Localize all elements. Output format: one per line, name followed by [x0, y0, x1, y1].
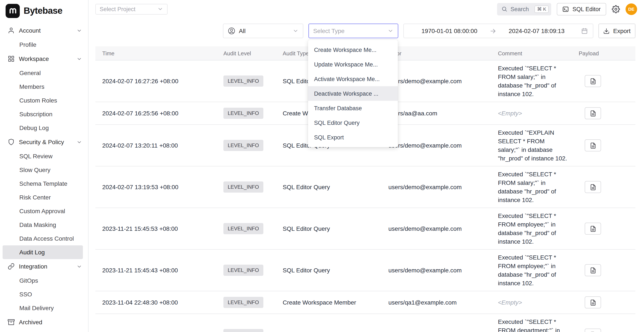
level-badge: LEVEL_INFO — [224, 181, 263, 193]
payload-button[interactable] — [585, 139, 601, 152]
file-text-icon — [590, 78, 596, 84]
cell-time: 2023-11-04 21:26:24 +08:00 — [96, 314, 216, 332]
payload-button[interactable] — [585, 107, 601, 119]
shield-icon — [8, 139, 14, 146]
file-text-icon — [590, 142, 596, 149]
actor-filter-select[interactable]: All — [223, 24, 303, 38]
export-button[interactable]: Export — [598, 24, 636, 38]
level-badge: LEVEL_INFO — [224, 108, 263, 119]
cell-comment: Executed `"SELECT * FROM department;"` i… — [491, 314, 572, 332]
payload-button[interactable] — [585, 329, 601, 332]
calendar-icon — [581, 28, 588, 34]
table-row: 2023-11-04 22:48:30 +08:00 LEVEL_INFO Cr… — [96, 291, 636, 314]
sidebar-item-risk-center[interactable]: Risk Center — [2, 190, 83, 204]
cell-audit-type: SQL Editor Query — [276, 250, 382, 291]
payload-button[interactable] — [585, 264, 601, 276]
sidebar-section-integration[interactable]: Integration — [0, 259, 88, 274]
sidebar-item-archived[interactable]: Archived — [0, 315, 88, 330]
download-icon — [604, 28, 610, 34]
search-button[interactable]: Search ⌘ K — [497, 3, 552, 15]
payload-button[interactable] — [585, 296, 601, 308]
dropdown-item-update-workspace[interactable]: Update Workspace Me... — [308, 57, 398, 72]
sidebar-item-sso[interactable]: SSO — [2, 287, 83, 301]
cell-audit-level: LEVEL_INFO — [216, 314, 276, 332]
logo[interactable]: Bytebase — [0, 0, 88, 20]
date-range-picker[interactable]: 1970-01-01 08:00:00 2024-02-07 18:09:13 — [404, 24, 593, 38]
table-row: 2023-11-21 15:45:53 +08:00 LEVEL_INFO SQ… — [96, 208, 636, 250]
archive-icon — [8, 319, 14, 326]
dropdown-item-activate-workspace[interactable]: Activate Workspace Me... — [308, 72, 398, 86]
chevron-down-icon — [76, 264, 82, 269]
chevron-down-icon — [76, 139, 82, 145]
cell-comment: <Empty> — [491, 291, 572, 314]
date-range-start[interactable]: 1970-01-01 08:00:00 — [409, 27, 490, 34]
filter-row: All Select Type 1970-01-01 08:00:00 2024… — [88, 24, 644, 38]
cell-audit-level: LEVEL_INFO — [216, 291, 276, 314]
sidebar-item-general[interactable]: General — [2, 66, 83, 80]
column-header-payload: Payload — [572, 46, 636, 60]
link-icon — [8, 263, 14, 270]
sql-editor-button[interactable]: SQL Editor — [557, 3, 606, 15]
sidebar-item-audit-log[interactable]: Audit Log — [2, 245, 83, 259]
type-filter-select[interactable]: Select Type — [308, 24, 398, 38]
sidebar-item-profile[interactable]: Profile — [2, 38, 83, 51]
chevron-down-icon — [388, 28, 394, 34]
level-badge: LEVEL_INFO — [224, 329, 263, 332]
dropdown-item-deactivate-workspace[interactable]: Deactivate Workspace ... — [308, 86, 398, 101]
level-badge: LEVEL_INFO — [224, 75, 263, 87]
cell-time: 2023-11-21 15:45:43 +08:00 — [96, 250, 216, 291]
dropdown-item-sql-export[interactable]: SQL Export — [308, 130, 398, 145]
cell-time: 2024-02-07 13:20:11 +08:00 — [96, 125, 216, 166]
sidebar-nav: Account Profile Workspace General Member… — [0, 20, 88, 332]
sidebar-item-data-access-control[interactable]: Data Access Control — [2, 232, 83, 245]
dropdown-item-transfer-database[interactable]: Transfer Database — [308, 101, 398, 115]
dropdown-item-create-workspace[interactable]: Create Workspace Me... — [308, 42, 398, 57]
sidebar-item-gitops[interactable]: GitOps — [2, 274, 83, 287]
table-row: 2024-02-07 13:19:53 +08:00 LEVEL_INFO SQ… — [96, 166, 636, 208]
sidebar-item-debug-log[interactable]: Debug Log — [2, 121, 83, 135]
gear-icon[interactable] — [612, 5, 620, 13]
user-circle-icon — [228, 27, 236, 35]
type-dropdown-menu: Create Workspace Me... Update Workspace … — [308, 40, 398, 147]
sidebar-item-schema-template[interactable]: Schema Template — [2, 177, 83, 190]
cell-audit-type: Create Workspace Member — [276, 291, 382, 314]
sidebar-section-account[interactable]: Account — [0, 23, 88, 38]
cell-time: 2023-11-21 15:45:53 +08:00 — [96, 208, 216, 249]
cell-time: 2024-02-07 13:19:53 +08:00 — [96, 166, 216, 208]
cell-time: 2024-02-07 16:25:56 +08:00 — [96, 102, 216, 124]
table-row: 2023-11-21 15:45:43 +08:00 LEVEL_INFO SQ… — [96, 250, 636, 291]
cell-audit-type: SQL Editor Query — [276, 166, 382, 208]
file-text-icon — [590, 267, 596, 273]
sidebar-section-workspace[interactable]: Workspace — [0, 51, 88, 66]
sidebar-item-slow-query[interactable]: Slow Query — [2, 163, 83, 177]
search-icon — [502, 6, 508, 12]
avatar[interactable]: DE — [626, 3, 637, 15]
dropdown-item-sql-editor-query[interactable]: SQL Editor Query — [308, 115, 398, 130]
cell-actor: users/demo@example.com — [382, 60, 491, 102]
sidebar-item-members[interactable]: Members — [2, 80, 83, 94]
sidebar-item-mail-delivery[interactable]: Mail Delivery — [2, 301, 83, 315]
sidebar-item-sql-review[interactable]: SQL Review — [2, 149, 83, 163]
cell-actor: users/demo@example.com — [382, 166, 491, 208]
payload-button[interactable] — [585, 181, 601, 193]
cell-payload — [572, 208, 636, 249]
cell-audit-level: LEVEL_INFO — [216, 125, 276, 166]
sidebar-item-data-masking[interactable]: Data Masking — [2, 218, 83, 232]
column-header-actor: Actor — [382, 46, 491, 60]
sidebar-item-subscription[interactable]: Subscription — [2, 107, 83, 121]
sidebar-item-custom-roles[interactable]: Custom Roles — [2, 94, 83, 107]
date-range-end[interactable]: 2024-02-07 18:09:13 — [496, 27, 577, 34]
cell-comment: Executed `"EXPLAIN SELECT * FROM salary;… — [491, 125, 572, 166]
topbar: Select Project Search ⌘ K SQL Editor DE — [88, 0, 644, 18]
cell-audit-level: LEVEL_INFO — [216, 250, 276, 291]
payload-button[interactable] — [585, 75, 601, 87]
file-text-icon — [590, 299, 596, 306]
payload-button[interactable] — [585, 223, 601, 235]
cell-audit-level: LEVEL_INFO — [216, 166, 276, 208]
cell-time: 2024-02-07 16:27:26 +08:00 — [96, 60, 216, 102]
cell-actor: users/demo@example.com — [382, 250, 491, 291]
sidebar-item-custom-approval[interactable]: Custom Approval — [2, 204, 83, 218]
project-select[interactable]: Select Project — [96, 4, 168, 14]
cell-audit-type: SQL Editor Query — [276, 208, 382, 249]
sidebar-section-security-policy[interactable]: Security & Policy — [0, 135, 88, 149]
